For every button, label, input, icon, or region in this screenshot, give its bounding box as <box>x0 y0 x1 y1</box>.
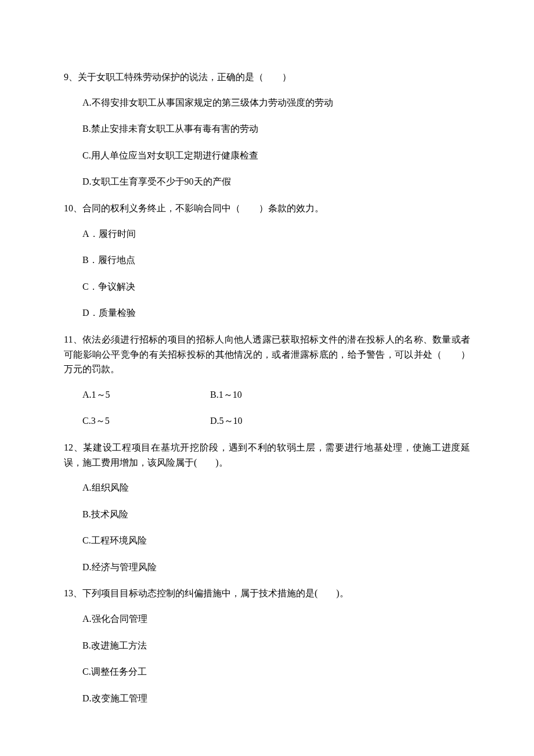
question-13: 13、下列项目目标动态控制的纠偏措施中，属于技术措施的是( )。 A.强化合同管… <box>64 586 470 705</box>
option-a: A.强化合同管理 <box>64 611 470 627</box>
question-number: 13、 <box>64 588 82 598</box>
option-d: D.5～10 <box>210 413 338 429</box>
option-row-2: C.3～5 D.5～10 <box>64 413 470 429</box>
option-b: B．履行地点 <box>64 253 470 268</box>
option-b: B.技术风险 <box>64 507 470 522</box>
option-d: D．质量检验 <box>64 305 470 321</box>
option-d: D.经济与管理风险 <box>64 560 470 575</box>
question-number: 10、 <box>64 203 82 213</box>
option-d: D.女职工生育享受不少于90天的产假 <box>64 174 470 189</box>
option-c: C．争议解决 <box>64 279 470 294</box>
option-a: A.组织风险 <box>64 480 470 495</box>
option-row-1: A.1～5 B.1～10 <box>64 387 470 402</box>
option-b: B.改进施工方法 <box>64 638 470 653</box>
question-number: 9、 <box>64 72 78 82</box>
option-d: D.改变施工管理 <box>64 691 470 706</box>
option-c: C.3～5 <box>82 413 210 429</box>
option-c: C.工程环境风险 <box>64 533 470 548</box>
question-9: 9、关于女职工特殊劳动保护的说法，正确的是（ ） A.不得安排女职工从事国家规定… <box>64 70 470 189</box>
question-number: 12、 <box>64 442 83 452</box>
option-c: C.用人单位应当对女职工定期进行健康检查 <box>64 148 470 163</box>
question-text: 10、合同的权利义务终止，不影响合同中（ ）条款的效力。 <box>64 201 470 216</box>
question-text: 13、下列项目目标动态控制的纠偏措施中，属于技术措施的是( )。 <box>64 586 470 601</box>
question-stem: 合同的权利义务终止，不影响合同中（ ）条款的效力。 <box>82 203 324 213</box>
question-11: 11、依法必须进行招标的项目的招标人向他人透露已获取招标文件的潜在投标人的名称、… <box>64 332 470 429</box>
question-stem: 下列项目目标动态控制的纠偏措施中，属于技术措施的是( )。 <box>82 588 349 598</box>
question-stem: 关于女职工特殊劳动保护的说法，正确的是（ ） <box>78 72 291 82</box>
option-a: A.1～5 <box>82 387 210 402</box>
question-number: 11、 <box>64 334 82 344</box>
option-b: B.禁止安排未育女职工从事有毒有害的劳动 <box>64 121 470 136</box>
question-10: 10、合同的权利义务终止，不影响合同中（ ）条款的效力。 A．履行时间 B．履行… <box>64 201 470 321</box>
option-a: A．履行时间 <box>64 226 470 242</box>
question-stem: 依法必须进行招标的项目的招标人向他人透露已获取招标文件的潜在投标人的名称、数量或… <box>64 334 470 374</box>
question-stem: 某建设工程项目在基坑开挖阶段，遇到不利的软弱土层，需要进行地基处理，使施工进度延… <box>64 442 470 467</box>
option-a: A.不得安排女职工从事国家规定的第三级体力劳动强度的劳动 <box>64 95 470 110</box>
question-text: 9、关于女职工特殊劳动保护的说法，正确的是（ ） <box>64 70 470 85</box>
question-text: 12、某建设工程项目在基坑开挖阶段，遇到不利的软弱土层，需要进行地基处理，使施工… <box>64 440 470 470</box>
question-text: 11、依法必须进行招标的项目的招标人向他人透露已获取招标文件的潜在投标人的名称、… <box>64 332 470 377</box>
question-12: 12、某建设工程项目在基坑开挖阶段，遇到不利的软弱土层，需要进行地基处理，使施工… <box>64 440 470 575</box>
option-c: C.调整任务分工 <box>64 664 470 679</box>
option-b: B.1～10 <box>210 387 338 402</box>
